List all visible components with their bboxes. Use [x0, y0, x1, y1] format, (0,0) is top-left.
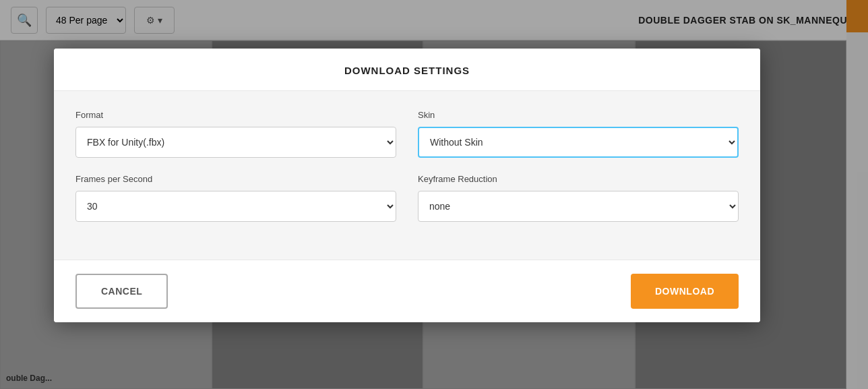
modal-title: DOWNLOAD SETTINGS: [344, 65, 470, 76]
keyframe-label: Keyframe Reduction: [418, 174, 739, 184]
fps-group: Frames per Second 24 30 60: [75, 174, 396, 222]
keyframe-select[interactable]: none light medium aggressive: [418, 191, 739, 222]
modal-header: DOWNLOAD SETTINGS: [54, 49, 760, 91]
form-row-1: Format FBX for Unity(.fbx) FBX(.fbx) BVH…: [75, 110, 739, 158]
fps-select[interactable]: 24 30 60: [75, 191, 396, 222]
skin-select[interactable]: Without Skin With Skin: [418, 127, 739, 158]
skin-label: Skin: [418, 110, 739, 120]
download-button[interactable]: DOWNLOAD: [631, 274, 739, 309]
download-settings-modal: DOWNLOAD SETTINGS Format FBX for Unity(.…: [54, 49, 760, 322]
format-select[interactable]: FBX for Unity(.fbx) FBX(.fbx) BVH(.bvh) …: [75, 127, 396, 158]
format-label: Format: [75, 110, 396, 120]
format-group: Format FBX for Unity(.fbx) FBX(.fbx) BVH…: [75, 110, 396, 158]
modal-footer: CANCEL DOWNLOAD: [54, 260, 760, 322]
fps-label: Frames per Second: [75, 174, 396, 184]
keyframe-group: Keyframe Reduction none light medium agg…: [418, 174, 739, 222]
skin-group: Skin Without Skin With Skin: [418, 110, 739, 158]
modal-body: Format FBX for Unity(.fbx) FBX(.fbx) BVH…: [54, 91, 760, 260]
cancel-button[interactable]: CANCEL: [75, 274, 168, 309]
form-row-2: Frames per Second 24 30 60 Keyframe Redu…: [75, 174, 739, 222]
